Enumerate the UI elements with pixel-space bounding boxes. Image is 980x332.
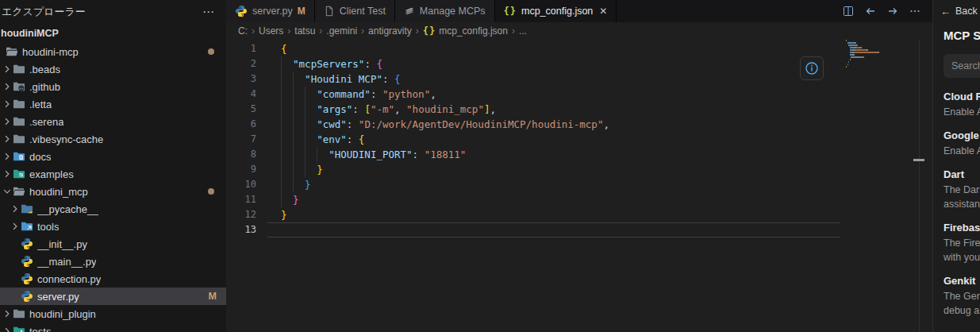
breadcrumb-label: Users <box>259 25 283 37</box>
explorer-title: エクスプローラー <box>2 5 86 19</box>
code-line-8[interactable]: 8 "HOUDINI_PORT": "18811" <box>226 147 932 162</box>
sidebar-item-init-py[interactable]: __init__.py <box>0 235 226 253</box>
chevron-right-icon <box>2 169 12 179</box>
breadcrumb-item-tatsu[interactable]: tatsu <box>294 25 315 37</box>
sidebar-item-docs[interactable]: docs <box>0 148 226 165</box>
file-label: houdini_plugin <box>29 308 96 320</box>
info-button[interactable] <box>800 56 824 80</box>
line-content: } <box>256 209 287 221</box>
explorer-header: エクスプローラー ⋯ <box>0 0 226 24</box>
line-content: } <box>256 194 299 206</box>
workspace-section-label[interactable]: houdiniMCP <box>0 24 226 43</box>
sidebar-item-pycache[interactable]: __pycache__ <box>0 200 226 218</box>
line-content: "mcpServers": { <box>256 58 382 70</box>
arrow-right-icon[interactable] <box>886 5 899 17</box>
breadcrumb-item-antigravity[interactable]: antigravity <box>368 25 412 37</box>
sidebar-item-serena[interactable]: .serena <box>0 113 226 130</box>
sidebar-item-github[interactable]: .github <box>0 78 226 95</box>
back-link[interactable]: ← Back to <box>933 0 980 22</box>
python-icon <box>21 255 33 268</box>
tab-mcp-config-json[interactable]: {}mcp_config.json✕ <box>495 0 617 22</box>
search-input[interactable]: Search <box>943 54 980 78</box>
sidebar-item-letta[interactable]: .letta <box>0 95 226 113</box>
code-line-9[interactable]: 9 } <box>226 162 932 177</box>
line-number: 10 <box>226 177 256 192</box>
breadcrumb-separator: › <box>361 25 364 37</box>
breadcrumb: C:›Users›tatsu›.gemini›antigravity›{}mcp… <box>226 22 932 40</box>
indent-guide <box>293 102 294 117</box>
indent-guide <box>305 87 306 102</box>
sidebar-item-houdini-mcp[interactable]: houdini-mcp <box>0 43 226 60</box>
code-line-12[interactable]: 12} <box>226 207 932 222</box>
editor-code-area[interactable]: 1{2 "mcpServers": {3 "Houdini MCP": {4 "… <box>226 40 932 332</box>
line-number: 11 <box>226 192 256 207</box>
file-label: .vibesync-cache <box>29 133 103 145</box>
indent-guide <box>305 147 306 162</box>
breadcrumb-item-[interactable]: ... <box>519 25 527 37</box>
sidebar-item-main-py[interactable]: __main__.py <box>0 253 226 270</box>
code-line-10[interactable]: 10 } <box>226 177 932 192</box>
more-icon[interactable] <box>909 5 921 17</box>
code-line-5[interactable]: 5 "args": ["-m", "houdini_mcp"], <box>226 102 932 117</box>
code-line-4[interactable]: 4 "command": "python", <box>226 87 932 102</box>
breadcrumb-label: mcp_config.json <box>439 25 508 37</box>
code-line-2[interactable]: 2 "mcpServers": { <box>226 56 932 71</box>
folder-icon <box>13 98 25 110</box>
folder-icon <box>13 115 25 128</box>
file-label: houdini-mcp <box>22 46 79 58</box>
tab-client-test[interactable]: Client Test <box>315 0 395 22</box>
sidebar-item-houdini-mcp[interactable]: houdini_mcp <box>0 183 226 200</box>
file-label: tests <box>29 326 51 332</box>
code-line-11[interactable]: 11 } <box>226 192 932 207</box>
breadcrumb-item-users[interactable]: Users <box>259 25 283 37</box>
arrow-left-icon[interactable] <box>864 5 877 17</box>
sidebar-item-connection-py[interactable]: connection.py <box>0 270 226 288</box>
mcp-entry-genkit[interactable]: GenkitThe Gerdebug a <box>943 275 980 318</box>
chevron-right-icon <box>2 64 12 74</box>
breadcrumb-separator: › <box>512 25 515 37</box>
chevron-right-icon <box>2 99 12 109</box>
code-line-3[interactable]: 3 "Houdini MCP": { <box>226 71 932 87</box>
code-line-7[interactable]: 7 "env": { <box>226 132 932 147</box>
mcp-entry-firebase[interactable]: FirebaseThe Firewith you <box>943 222 980 264</box>
chevron-right-icon <box>10 222 20 231</box>
sidebar-item-vibesync-cache[interactable]: .vibesync-cache <box>0 130 226 148</box>
code-line-13[interactable]: 13 <box>226 222 932 237</box>
tab-bar: server.pyMClient TestManage MCPs{}mcp_co… <box>226 0 932 22</box>
indent-guide <box>305 162 306 177</box>
breadcrumb-item-gemini[interactable]: .gemini <box>326 25 357 37</box>
line-number: 7 <box>226 132 256 147</box>
code-line-1[interactable]: 1{ <box>226 41 932 56</box>
code-line-6[interactable]: 6 "cwd": "D:/work/AgentDev/HoudiniMCP/ho… <box>226 117 932 132</box>
tab-manage-mcps[interactable]: Manage MCPs <box>395 0 495 22</box>
file-label: __init__.py <box>37 238 87 250</box>
indent-guide <box>281 147 282 162</box>
mcp-entry-google[interactable]: GoogleEnable A <box>943 129 980 158</box>
mcp-entry-description: The Ger <box>943 289 980 303</box>
breadcrumb-item-c[interactable]: C: <box>238 25 248 37</box>
tab-server-py[interactable]: server.pyM <box>226 0 315 22</box>
mcp-entry-dart[interactable]: DartThe Darassistan <box>943 168 980 211</box>
sidebar-item-houdini-plugin[interactable]: houdini_plugin <box>0 305 226 322</box>
line-content: { <box>256 43 287 55</box>
sidebar-item-tools[interactable]: tools <box>0 218 226 235</box>
indent-guide <box>317 147 317 162</box>
folder-icon <box>13 133 25 145</box>
pycache-folder-icon <box>21 203 33 215</box>
sidebar-item-beads[interactable]: .beads <box>0 60 226 78</box>
sidebar-item-examples[interactable]: examples <box>0 165 226 183</box>
sidebar-item-server-py[interactable]: server.pyM <box>0 288 226 305</box>
more-actions-icon[interactable]: ⋯ <box>202 5 215 19</box>
sidebar-item-tests[interactable]: tests <box>0 322 226 332</box>
tab-label: mcp_config.json <box>521 6 593 17</box>
split-editor-icon[interactable] <box>842 5 855 17</box>
close-icon[interactable]: ✕ <box>599 6 607 17</box>
breadcrumb-item-mcp-config-json[interactable]: {}mcp_config.json <box>423 25 508 37</box>
mcp-entry-cloud-r[interactable]: Cloud REnable A <box>943 91 980 119</box>
chevron-right-icon <box>2 82 12 91</box>
indent-guide <box>281 117 282 132</box>
indent-guide <box>281 56 282 71</box>
mcp-entry-name: Google <box>943 129 980 141</box>
minimap[interactable] <box>846 40 897 71</box>
back-arrow-icon: ← <box>940 6 951 17</box>
